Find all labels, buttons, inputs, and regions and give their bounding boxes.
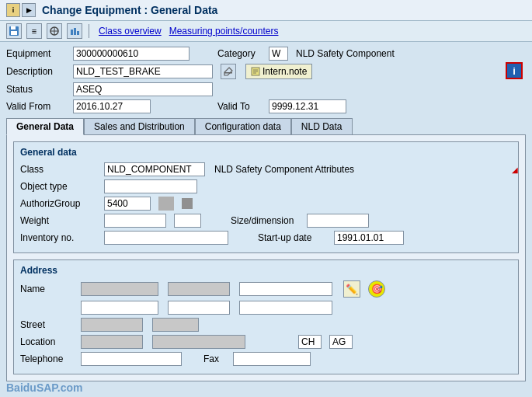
name-input3[interactable] — [239, 282, 332, 296]
name-row2 — [81, 301, 512, 315]
inventory-label: Inventory no. — [20, 232, 98, 243]
equipment-input[interactable] — [73, 47, 190, 61]
inventory-startup-row: Inventory no. Start-up date — [20, 231, 512, 245]
location-input2[interactable] — [152, 335, 245, 349]
tab-nld-data[interactable]: NLD Data — [291, 118, 353, 134]
authoriz-label: AuthorizGroup — [20, 198, 98, 209]
object-type-label: Object type — [20, 181, 98, 192]
valid-from-label: Valid From — [6, 101, 68, 112]
name-label: Name — [20, 284, 75, 294]
description-row: Description Intern.note i — [6, 64, 526, 79]
svg-rect-8 — [77, 31, 79, 35]
name2-input1[interactable] — [81, 301, 158, 315]
name2-input2[interactable] — [168, 301, 230, 315]
address-section: Address Name ✏️ 🎯 — [13, 259, 519, 374]
general-data-section: General data Class NLD Safety Component … — [13, 141, 519, 253]
category-label: Category — [217, 48, 264, 59]
name-input1[interactable] — [81, 282, 158, 296]
size-input[interactable] — [307, 214, 369, 228]
separator1 — [89, 24, 89, 38]
valid-to-input[interactable] — [269, 99, 346, 113]
page-title: Change Equipment : General Data — [42, 4, 526, 16]
status-label: Status — [6, 84, 68, 95]
description-label: Description — [6, 66, 68, 77]
authoriz-row: AuthorizGroup — [20, 197, 512, 211]
title-bar-icons: i ▶ — [6, 3, 36, 17]
telephone-input[interactable] — [81, 352, 182, 366]
tab-content: General data Class NLD Safety Component … — [6, 134, 526, 381]
category-input[interactable] — [269, 47, 288, 61]
class-desc: NLD Safety Component Attributes — [214, 164, 354, 175]
valid-to-label: Valid To — [217, 101, 264, 112]
valid-from-row: Valid From Valid To — [6, 99, 526, 113]
telephone-label: Telephone — [20, 353, 75, 364]
name2-input3[interactable] — [239, 301, 332, 315]
main-form: Equipment Category NLD Safety Component … — [0, 42, 532, 386]
status-input[interactable] — [73, 82, 213, 96]
description-input[interactable] — [73, 64, 213, 78]
icon2: ▶ — [22, 3, 36, 17]
region-input[interactable] — [329, 335, 353, 349]
menu-button[interactable]: ≡ — [26, 23, 42, 39]
weight-size-row: Weight Size/dimension — [20, 214, 512, 228]
class-label: Class — [20, 164, 98, 175]
equipment-label: Equipment — [6, 48, 68, 59]
startup-label: Start-up date — [258, 232, 328, 243]
title-bar: i ▶ Change Equipment : General Data — [0, 0, 532, 21]
status-row: Status — [6, 82, 526, 96]
watermark: BaiduSAP.com — [6, 381, 83, 394]
object-type-input[interactable] — [104, 179, 197, 193]
object-type-row: Object type — [20, 179, 512, 193]
edit-description-button[interactable] — [221, 64, 236, 79]
country-input[interactable] — [298, 335, 322, 349]
measuring-points-link[interactable]: Measuring points/counters — [169, 26, 279, 37]
weight-label: Weight — [20, 215, 98, 226]
svg-rect-7 — [74, 28, 76, 35]
intern-note-label: Intern.note — [263, 66, 307, 77]
size-label: Size/dimension — [231, 215, 301, 226]
class-overview-link[interactable]: Class overview — [99, 26, 162, 37]
fax-input[interactable] — [233, 352, 311, 366]
toolbar: ≡ Class overview Measuring points/counte… — [0, 21, 532, 42]
chart-button[interactable] — [67, 23, 82, 39]
target-button[interactable]: 🎯 — [368, 280, 385, 298]
street-input2[interactable] — [152, 318, 199, 332]
street-row: Street — [20, 318, 512, 332]
corner-marker: ◢ — [512, 165, 518, 174]
name-input2[interactable] — [168, 282, 230, 296]
authoriz-icon1 — [158, 197, 174, 211]
edit-address-button[interactable]: ✏️ — [343, 280, 360, 298]
address-title: Address — [20, 265, 512, 276]
equipment-row: Equipment Category NLD Safety Component — [6, 47, 526, 61]
tabs-container: General Data Sales and Distribution Conf… — [6, 118, 526, 134]
authoriz-icon2 — [182, 198, 193, 209]
startup-input[interactable] — [334, 231, 404, 245]
info-button-highlighted[interactable]: i — [506, 62, 523, 79]
valid-from-input[interactable] — [73, 99, 151, 113]
street-label: Street — [20, 319, 75, 330]
category-desc: NLD Safety Component — [296, 48, 395, 59]
name-row: Name ✏️ 🎯 — [20, 280, 512, 298]
class-input[interactable] — [104, 162, 205, 176]
save-button[interactable] — [6, 23, 22, 39]
tab-general-data[interactable]: General Data — [6, 118, 84, 135]
general-data-title: General data — [20, 147, 512, 158]
location-row: Location — [20, 335, 512, 349]
svg-rect-2 — [11, 31, 17, 35]
tab-configuration-data[interactable]: Configuration data — [195, 118, 291, 134]
location-label: Location — [20, 336, 75, 347]
class-row: Class NLD Safety Component Attributes ◢ — [20, 162, 512, 176]
weight-input[interactable] — [104, 214, 166, 228]
icon1: i — [6, 3, 20, 17]
street-input1[interactable] — [81, 318, 143, 332]
tab-sales-distribution[interactable]: Sales and Distribution — [84, 118, 195, 134]
intern-note-button[interactable]: Intern.note — [245, 64, 312, 79]
fax-label: Fax — [203, 353, 227, 364]
inventory-input[interactable] — [104, 231, 228, 245]
location-input1[interactable] — [81, 335, 143, 349]
authoriz-input[interactable] — [104, 197, 151, 211]
svg-marker-10 — [224, 68, 232, 75]
weight-unit-input[interactable] — [174, 214, 201, 228]
telephone-row: Telephone Fax — [20, 352, 512, 366]
link-button[interactable] — [47, 23, 62, 39]
